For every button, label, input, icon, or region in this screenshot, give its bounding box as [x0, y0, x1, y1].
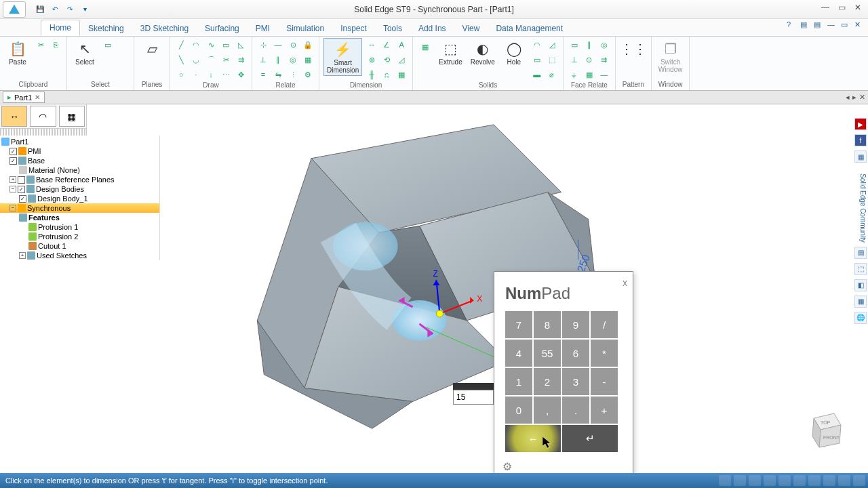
- select-opt-icon[interactable]: ▭: [101, 38, 115, 52]
- curve-icon[interactable]: ∿: [204, 38, 218, 52]
- arc2-icon[interactable]: ◡: [189, 53, 203, 66]
- doc-nav-prev-icon[interactable]: ◂: [846, 93, 850, 102]
- round-icon[interactable]: ◠: [530, 38, 544, 52]
- status-icon-6[interactable]: [793, 475, 806, 486]
- side-tool6-icon[interactable]: 🌐: [854, 312, 867, 324]
- rigid-icon[interactable]: ▦: [301, 53, 315, 66]
- tab-view[interactable]: View: [454, 21, 488, 36]
- dim-auto-icon[interactable]: ⟲: [380, 53, 393, 66]
- tab-inspect[interactable]: Inspect: [332, 21, 375, 36]
- dim-chamfer-icon[interactable]: ◿: [395, 53, 408, 66]
- status-icon-1[interactable]: [719, 475, 731, 486]
- ribbon-close-icon[interactable]: ✕: [854, 20, 865, 31]
- line2-icon[interactable]: ╲: [174, 53, 188, 66]
- fillet-icon[interactable]: ⌒: [204, 53, 218, 66]
- switch-window-button[interactable]: ❐Switch Window: [656, 38, 686, 75]
- perpendicular-icon[interactable]: ⊥: [256, 53, 270, 66]
- ribbon-opt-icon[interactable]: ▤: [800, 20, 811, 31]
- tab-sketching[interactable]: Sketching: [80, 21, 132, 36]
- key-enter[interactable]: ↵: [562, 425, 618, 452]
- offset-icon[interactable]: ⇉: [234, 53, 248, 66]
- trim-icon[interactable]: ✂: [219, 53, 233, 66]
- key-plus[interactable]: +: [591, 396, 618, 424]
- maximize-button[interactable]: ▭: [834, 1, 849, 14]
- dim-attach-icon[interactable]: ⎌: [380, 68, 393, 81]
- tab-pmi[interactable]: PMI: [248, 21, 278, 36]
- horizontal-icon[interactable]: —: [271, 38, 285, 52]
- tab-surfacing[interactable]: Surfacing: [197, 21, 248, 36]
- help-icon[interactable]: ?: [787, 20, 797, 31]
- circle-icon[interactable]: ○: [174, 68, 188, 81]
- parallel-icon[interactable]: ∥: [271, 53, 285, 66]
- tab-tools[interactable]: Tools: [375, 21, 410, 36]
- collinear-icon[interactable]: ⋮: [286, 68, 300, 81]
- construction-icon[interactable]: ⋯: [219, 68, 233, 81]
- arc-icon[interactable]: ◠: [189, 38, 203, 52]
- planes-button[interactable]: ▱: [138, 38, 165, 60]
- dim-text-icon[interactable]: A: [395, 38, 408, 52]
- key-6[interactable]: 6: [562, 340, 589, 367]
- solids-dropdown-icon[interactable]: ▦: [417, 38, 433, 56]
- dim-axis-icon[interactable]: ╫: [365, 68, 378, 81]
- dim-coord-icon[interactable]: ⊕: [365, 53, 378, 66]
- qat-dropdown-icon[interactable]: ▾: [79, 3, 91, 16]
- equal-icon[interactable]: =: [256, 68, 270, 81]
- side-tool3-icon[interactable]: ⬚: [854, 263, 867, 275]
- face-tangent-icon[interactable]: ⊙: [583, 53, 596, 66]
- dim-table-icon[interactable]: ▦: [395, 68, 408, 81]
- key-3[interactable]: 3: [562, 368, 589, 395]
- face-rigid-icon[interactable]: ▦: [583, 68, 596, 81]
- cut-icon[interactable]: ✂: [34, 38, 47, 52]
- dim-angle-icon[interactable]: ∠: [380, 38, 393, 52]
- ribbon-opt2-icon[interactable]: ▤: [814, 20, 825, 31]
- key-1[interactable]: 1: [505, 368, 532, 395]
- side-tool1-icon[interactable]: ▦: [854, 150, 867, 163]
- numpad-settings-icon[interactable]: ⚙: [502, 461, 512, 472]
- key-period[interactable]: .: [562, 396, 589, 424]
- revolve-button[interactable]: ◐Revolve: [468, 38, 498, 67]
- tool-region-icon[interactable]: ▦: [59, 106, 85, 127]
- dim-distance-icon[interactable]: ↔: [365, 38, 378, 52]
- hole-button[interactable]: ◯Hole: [500, 38, 528, 67]
- status-icon-9[interactable]: [838, 475, 850, 486]
- status-icon-7[interactable]: [808, 475, 821, 486]
- youtube-icon[interactable]: ▶: [854, 118, 867, 130]
- key-4[interactable]: 4: [505, 340, 532, 367]
- status-icon-2[interactable]: [734, 475, 746, 486]
- side-tool4-icon[interactable]: ◧: [854, 279, 867, 291]
- face-horiz-icon[interactable]: —: [597, 68, 611, 81]
- status-icon-4[interactable]: [764, 475, 776, 486]
- tangent-icon[interactable]: ⊙: [286, 38, 300, 52]
- tab-addins[interactable]: Add Ins: [410, 21, 454, 36]
- numpad-close-icon[interactable]: x: [623, 277, 627, 288]
- tree-synchronous[interactable]: −Synchronous: [0, 203, 159, 213]
- face-ground-icon[interactable]: ⏚: [568, 68, 581, 81]
- tab-simulation[interactable]: Simulation: [278, 21, 332, 36]
- tab-home[interactable]: Home: [41, 20, 80, 36]
- ribbon-min-icon[interactable]: —: [827, 20, 838, 31]
- status-icon-8[interactable]: [823, 475, 835, 486]
- move-icon[interactable]: ✥: [234, 68, 248, 81]
- point-icon[interactable]: ·: [189, 68, 203, 81]
- face-parallel-icon[interactable]: ∥: [583, 38, 596, 52]
- key-9[interactable]: 9: [562, 311, 589, 338]
- side-tool2-icon[interactable]: ▤: [854, 247, 867, 259]
- status-icon-5[interactable]: [778, 475, 791, 486]
- close-doc-icon[interactable]: ✕: [35, 94, 40, 101]
- shell-icon[interactable]: ⬚: [545, 53, 559, 66]
- face-concentric-icon[interactable]: ◎: [597, 38, 611, 52]
- redo-icon[interactable]: ↷: [64, 3, 76, 16]
- symmetric-icon[interactable]: ⇋: [271, 68, 285, 81]
- save-icon[interactable]: 💾: [34, 3, 46, 16]
- key-7[interactable]: 7: [505, 311, 532, 338]
- minimize-button[interactable]: —: [818, 1, 833, 14]
- draft-icon[interactable]: ◿: [545, 38, 559, 52]
- lock-icon[interactable]: 🔒: [301, 38, 315, 52]
- viewcube[interactable]: TOP FRONT: [800, 408, 848, 455]
- extrude-button[interactable]: ⬚Extrude: [436, 38, 465, 67]
- face-coincident-icon[interactable]: ▭: [568, 38, 581, 52]
- copy-icon[interactable]: ⎘: [49, 38, 62, 52]
- key-0[interactable]: 0: [505, 396, 532, 424]
- doc-nav-close-icon[interactable]: ✕: [859, 93, 865, 102]
- ribbon-max-icon[interactable]: ▭: [841, 20, 852, 31]
